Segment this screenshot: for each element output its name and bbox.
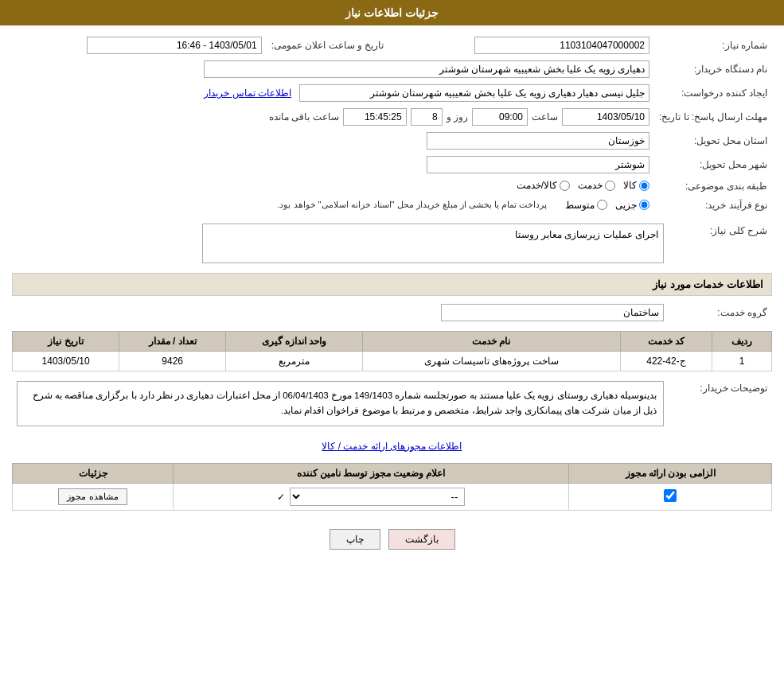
- deadline-time-label: ساعت: [532, 111, 558, 122]
- col-qty: تعداد / مقدار: [119, 331, 226, 351]
- process-motavas[interactable]: متوسط: [565, 200, 607, 211]
- permit-required-checkbox[interactable]: [664, 489, 677, 502]
- requester-field: جلیل نیسی دهیار دهیاری زویه یک علیا بخش …: [299, 84, 649, 102]
- cell-qty: 9426: [119, 351, 226, 371]
- cell-unit: مترمربع: [226, 351, 363, 371]
- service-group-field: ساختمان: [441, 304, 664, 321]
- process-motavas-label: متوسط: [565, 200, 595, 211]
- deadline-remaining-field: 15:45:25: [343, 108, 407, 126]
- cell-permit-status: -- ✓: [174, 483, 569, 510]
- permit-status-select[interactable]: --: [290, 488, 465, 506]
- city-value: شوشتر: [12, 153, 654, 177]
- col-permit-required: الزامی بودن ارائه مجوز: [569, 463, 772, 483]
- page-wrapper: جزئیات اطلاعات نیاز شماره نیاز: 11031040…: [0, 0, 784, 696]
- category-kala-khedmat[interactable]: کالا/خدمت: [517, 180, 570, 191]
- cell-date: 1403/05/10: [13, 351, 119, 371]
- info-table: شماره نیاز: 1103104047000002 تاریخ و ساع…: [12, 33, 772, 214]
- process-jozi-label: جزیی: [615, 200, 637, 211]
- category-options: کالا خدمت کالا/خدمت: [12, 177, 654, 196]
- page-header: جزئیات اطلاعات نیاز: [0, 0, 784, 25]
- category-row: طبقه بندی موضوعی: کالا خدمت: [12, 177, 772, 196]
- deadline-days-field: 8: [411, 108, 443, 126]
- cell-row: 1: [712, 351, 772, 371]
- need-number-label: شماره نیاز:: [654, 33, 772, 57]
- deadline-row: مهلت ارسال پاسخ: تا تاریخ: 1403/05/10 سا…: [12, 105, 772, 129]
- category-kala-radio[interactable]: [639, 181, 649, 191]
- category-kala-khedmat-label: کالا/خدمت: [517, 180, 557, 191]
- date-field: 1403/05/01 - 16:46: [87, 37, 262, 54]
- requester-row: ایجاد کننده درخواست: جلیل نیسی دهیار دهی…: [12, 81, 772, 105]
- category-kala-label: کالا: [623, 180, 637, 191]
- print-button[interactable]: چاپ: [330, 529, 380, 550]
- buyer-org-field: دهیاری زویه یک علیا بخش شعیبیه شهرستان ش…: [204, 60, 649, 78]
- needs-table-header: ردیف کد خدمت نام خدمت واحد اندازه گیری ت…: [13, 331, 772, 351]
- requester-label: ایجاد کننده درخواست:: [654, 81, 772, 105]
- col-name: نام خدمت: [362, 331, 620, 351]
- col-permit-status: اعلام وضعیت مجوز توسط نامین کننده: [174, 463, 569, 483]
- process-motavas-radio[interactable]: [597, 200, 607, 210]
- process-label: نوع فرآیند خرید:: [654, 196, 772, 214]
- col-unit: واحد اندازه گیری: [226, 331, 363, 351]
- buyer-notes-table: توضیحات خریدار: بدینوسیله دهیاری روستای …: [12, 378, 772, 430]
- need-description-table: شرح کلی نیاز: اجرای عملیات زیرسازی معابر…: [12, 220, 772, 266]
- buyer-notes-row: توضیحات خریدار: بدینوسیله دهیاری روستای …: [12, 378, 772, 430]
- needs-table: ردیف کد خدمت نام خدمت واحد اندازه گیری ت…: [12, 331, 772, 371]
- deadline-label: مهلت ارسال پاسخ: تا تاریخ:: [654, 105, 772, 129]
- cell-name: ساخت پروژه‌های تاسیسات شهری: [362, 351, 620, 371]
- permits-table-header: الزامی بودن ارائه مجوز اعلام وضعیت مجوز …: [13, 463, 772, 483]
- date-value: 1403/05/01 - 16:46: [12, 33, 267, 57]
- need-number-field: 1103104047000002: [474, 37, 649, 54]
- buyer-org-row: نام دستگاه خریدار: دهیاری زویه یک علیا ب…: [12, 57, 772, 81]
- cell-code: ج-42-422: [620, 351, 712, 371]
- need-number-value: 1103104047000002: [400, 33, 654, 57]
- requester-value: جلیل نیسی دهیار دهیاری زویه یک علیا بخش …: [12, 81, 654, 105]
- service-group-label: گروه خدمت:: [669, 301, 772, 325]
- main-content: شماره نیاز: 1103104047000002 تاریخ و ساع…: [0, 25, 784, 570]
- province-label: استان محل تحویل:: [654, 129, 772, 153]
- need-description-field: اجرای عملیات زیرسازی معابر روستا: [202, 224, 664, 263]
- service-info-table: گروه خدمت: ساختمان: [12, 301, 772, 325]
- date-label: تاریخ و ساعت اعلان عمومی:: [267, 33, 400, 57]
- page-title: جزئیات اطلاعات نیاز: [345, 6, 439, 19]
- cell-permit-required: [569, 483, 772, 510]
- col-code: کد خدمت: [620, 331, 712, 351]
- buyer-org-label: نام دستگاه خریدار:: [654, 57, 772, 81]
- service-section-header: اطلاعات خدمات مورد نیاز: [12, 273, 772, 296]
- show-permit-button[interactable]: مشاهده مجوز: [58, 488, 127, 505]
- permits-table: الزامی بودن ارائه مجوز اعلام وضعیت مجوز …: [12, 463, 772, 511]
- back-button[interactable]: بازگشت: [388, 529, 455, 550]
- buyer-notes-field: بدینوسیله دهیاری روستای زویه یک علیا مست…: [17, 381, 664, 426]
- bottom-buttons: بازگشت چاپ: [12, 517, 772, 562]
- category-kala-khedmat-radio[interactable]: [560, 181, 570, 191]
- process-jozi-radio[interactable]: [639, 200, 649, 210]
- need-description-row: شرح کلی نیاز: اجرای عملیات زیرسازی معابر…: [12, 220, 772, 266]
- category-khedmat[interactable]: خدمت: [578, 180, 615, 191]
- category-khedmat-label: خدمت: [578, 180, 603, 191]
- province-row: استان محل تحویل: خوزستان: [12, 129, 772, 153]
- permits-section-link-container: اطلاعات مجوزهای ارائه خدمت / کالا: [12, 436, 772, 457]
- buyer-org-value: دهیاری زویه یک علیا بخش شعیبیه شهرستان ش…: [12, 57, 654, 81]
- permits-link[interactable]: اطلاعات مجوزهای ارائه خدمت / کالا: [317, 436, 466, 457]
- category-kala[interactable]: کالا: [623, 180, 649, 191]
- need-number-row: شماره نیاز: 1103104047000002 تاریخ و ساع…: [12, 33, 772, 57]
- table-row: -- ✓ مشاهده مجوز: [13, 483, 772, 510]
- province-field: خوزستان: [427, 132, 649, 150]
- contact-info-link[interactable]: اطلاعات تماس خریدار: [204, 87, 291, 99]
- process-options: جزیی متوسط پرداخت تمام یا بخشی از مبلغ خ…: [12, 196, 654, 214]
- service-group-row: گروه خدمت: ساختمان: [12, 301, 772, 325]
- col-row: ردیف: [712, 331, 772, 351]
- deadline-time-field: 09:00: [472, 108, 528, 126]
- category-khedmat-radio[interactable]: [605, 181, 615, 191]
- city-row: شهر محل تحویل: شوشتر: [12, 153, 772, 177]
- process-note: پرداخت تمام یا بخشی از مبلغ خریداز محل "…: [277, 200, 547, 210]
- need-description-value: اجرای عملیات زیرسازی معابر روستا: [12, 220, 669, 266]
- deadline-days-label: روز و: [447, 111, 468, 122]
- table-row: 1 ج-42-422 ساخت پروژه‌های تاسیسات شهری م…: [13, 351, 772, 371]
- process-jozi[interactable]: جزیی: [615, 200, 649, 211]
- buyer-notes-value: بدینوسیله دهیاری روستای زویه یک علیا مست…: [12, 378, 669, 430]
- service-group-value: ساختمان: [12, 301, 669, 325]
- city-field: شوشتر: [427, 156, 649, 173]
- city-label: شهر محل تحویل:: [654, 153, 772, 177]
- need-description-label: شرح کلی نیاز:: [669, 220, 772, 266]
- deadline-values: 1403/05/10 ساعت 09:00 روز و 8 15:45:25 س…: [12, 105, 654, 129]
